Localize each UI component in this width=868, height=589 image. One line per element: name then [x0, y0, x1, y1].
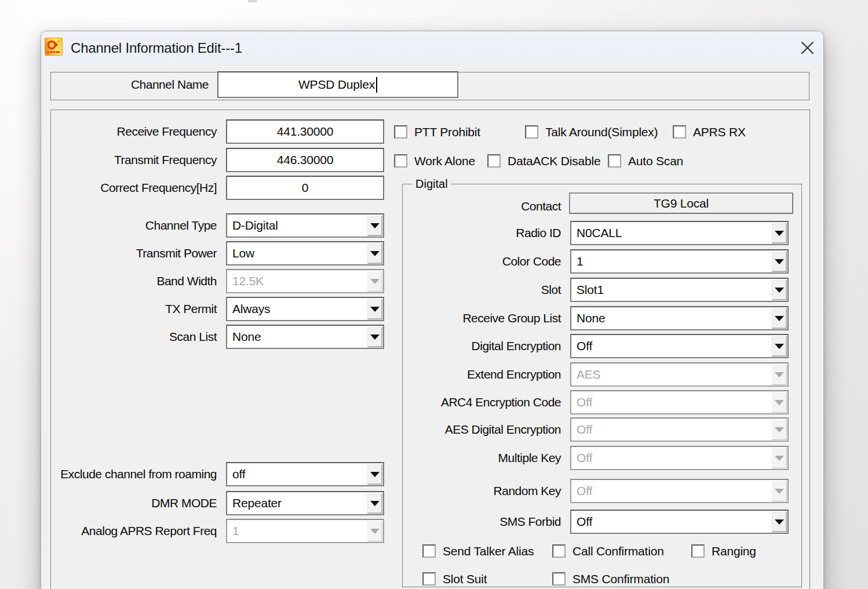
radio-id-combo[interactable]: N0CALL [570, 221, 789, 245]
transmit-frequency-input[interactable]: 446.30000 [226, 148, 384, 172]
random-key-value: Off [577, 480, 769, 502]
arc4-encryption-code-dropdown-button [771, 392, 787, 413]
titlebar[interactable]: Channel Information Edit---1 [41, 31, 823, 64]
aprs-rx-checkbox[interactable] [673, 125, 686, 139]
chevron-down-icon [775, 400, 784, 405]
color-code-combo[interactable]: 1 [570, 249, 789, 274]
slot-combo[interactable]: Slot1 [570, 278, 789, 302]
extend-encryption-combo: AES [570, 362, 789, 387]
band-width-label: Band Width [53, 269, 217, 293]
checkbox-call-confirmation[interactable]: Call Confirmation [552, 544, 664, 558]
chevron-down-icon [775, 231, 784, 236]
contact-label: Contact [354, 194, 561, 219]
band-width-value: 12.5K [232, 270, 364, 292]
checkbox-send-talker-alias[interactable]: Send Talker Alias [422, 544, 534, 558]
analog-aprs-freq-value: 1 [232, 520, 364, 542]
slot-suit-checkbox[interactable] [422, 572, 436, 586]
channel-name-input[interactable]: WPSD Duplex [217, 71, 458, 98]
checkbox-ranging[interactable]: Ranging [691, 544, 756, 558]
radio-id-dropdown-button[interactable] [771, 223, 787, 243]
color-code-dropdown-button[interactable] [771, 251, 787, 272]
color-code-label: Color Code [354, 249, 561, 274]
dataack-disable-checkbox[interactable] [487, 154, 501, 168]
arc4-encryption-code-value: Off [577, 391, 769, 413]
extend-encryption-dropdown-button [771, 364, 787, 385]
chevron-down-icon [775, 427, 784, 432]
exclude-roaming-value: off [232, 463, 364, 485]
sms-forbid-label: SMS Forbid [354, 510, 561, 534]
receive-group-list-combo[interactable]: None [570, 306, 789, 330]
receive-frequency-label: Receive Frequency [53, 119, 217, 144]
digital-encryption-combo[interactable]: Off [570, 334, 789, 358]
channel-name-value: WPSD Duplex [298, 78, 375, 92]
checkbox-dataack-disable[interactable]: DataACK Disable [487, 154, 600, 168]
dataack-disable-label: DataACK Disable [508, 154, 600, 168]
text-caret [376, 77, 377, 93]
digital-encryption-value: Off [577, 335, 769, 357]
slot-suit-label: Slot Suit [443, 572, 487, 586]
slot-dropdown-button[interactable] [771, 279, 787, 300]
auto-scan-checkbox[interactable] [608, 154, 621, 168]
transmit-power-label: Transmit Power [53, 241, 217, 266]
ptt-prohibit-checkbox[interactable] [394, 125, 407, 139]
sms-forbid-combo[interactable]: Off [570, 510, 789, 534]
random-key-combo: Off [570, 479, 789, 503]
chevron-down-icon [775, 344, 784, 349]
color-code-value: 1 [577, 250, 769, 272]
contact-button[interactable]: TG9 Local [569, 192, 793, 214]
tx-permit-value: Always [232, 298, 364, 320]
checkbox-slot-suit[interactable]: Slot Suit [422, 572, 487, 586]
checkbox-work-alone[interactable]: Work Alone [394, 154, 475, 168]
aprs-rx-label: APRS RX [693, 125, 746, 139]
extend-encryption-label: Extend Encryption [354, 362, 561, 387]
tx-permit-label: TX Permit [53, 297, 217, 321]
digital-encryption-dropdown-button[interactable] [771, 336, 787, 357]
chevron-down-icon [775, 316, 784, 321]
multiple-key-dropdown-button [771, 448, 787, 468]
auto-scan-label: Auto Scan [628, 154, 683, 168]
sms-confirmation-checkbox[interactable] [552, 572, 566, 586]
chevron-down-icon [775, 519, 784, 525]
radio-id-value: N0CALL [577, 222, 769, 244]
work-alone-checkbox[interactable] [394, 154, 407, 168]
analog-aprs-freq-label: Analog APRS Report Freq [53, 519, 217, 543]
checkbox-ptt-prohibit[interactable]: PTT Prohibit [394, 125, 480, 139]
ranging-label: Ranging [712, 544, 756, 558]
checkbox-sms-confirmation[interactable]: SMS Confirmation [552, 572, 669, 586]
talk-around-label: Talk Around(Simplex) [545, 125, 658, 139]
radio-id-label: Radio ID [354, 221, 561, 245]
arc4-encryption-code-label: ARC4 Encryption Code [354, 390, 561, 415]
aes-digital-encryption-label: AES Digital Encryption [354, 417, 561, 442]
background-artifact [248, 0, 257, 2]
scan-list-label: Scan List [53, 325, 217, 349]
checkbox-talk-around[interactable]: Talk Around(Simplex) [525, 125, 658, 139]
call-confirmation-checkbox[interactable] [552, 544, 566, 558]
aes-digital-encryption-combo: Off [570, 417, 789, 442]
correct-frequency-label: Correct Frequency[Hz] [53, 176, 217, 200]
dmr-mode-value: Repeater [232, 492, 364, 514]
aes-digital-encryption-dropdown-button [771, 419, 787, 440]
send-talker-alias-checkbox[interactable] [422, 544, 436, 558]
multiple-key-combo: Off [570, 446, 789, 470]
checkbox-auto-scan[interactable]: Auto Scan [608, 154, 683, 168]
random-key-dropdown-button [771, 481, 787, 501]
chevron-down-icon [775, 259, 784, 264]
close-button[interactable] [794, 35, 820, 61]
sms-forbid-dropdown-button[interactable] [771, 511, 787, 532]
call-confirmation-label: Call Confirmation [572, 544, 664, 558]
chevron-down-icon [775, 372, 784, 377]
receive-group-list-dropdown-button[interactable] [771, 308, 787, 329]
digital-encryption-label: Digital Encryption [354, 334, 561, 358]
send-talker-alias-label: Send Talker Alias [443, 544, 534, 558]
checkbox-aprs-rx[interactable]: APRS RX [673, 125, 746, 139]
multiple-key-label: Multiple Key [354, 446, 561, 470]
ranging-checkbox[interactable] [691, 544, 705, 558]
transmit-frequency-value: 446.30000 [277, 153, 333, 167]
channel-information-edit-dialog: Channel Information Edit---1 Channel Nam… [41, 31, 824, 589]
work-alone-label: Work Alone [414, 154, 475, 168]
talk-around-checkbox[interactable] [525, 125, 538, 139]
close-icon [801, 41, 814, 54]
receive-frequency-input[interactable]: 441.30000 [226, 119, 384, 144]
transmit-power-value: Low [232, 242, 364, 264]
chevron-down-icon [775, 288, 784, 293]
